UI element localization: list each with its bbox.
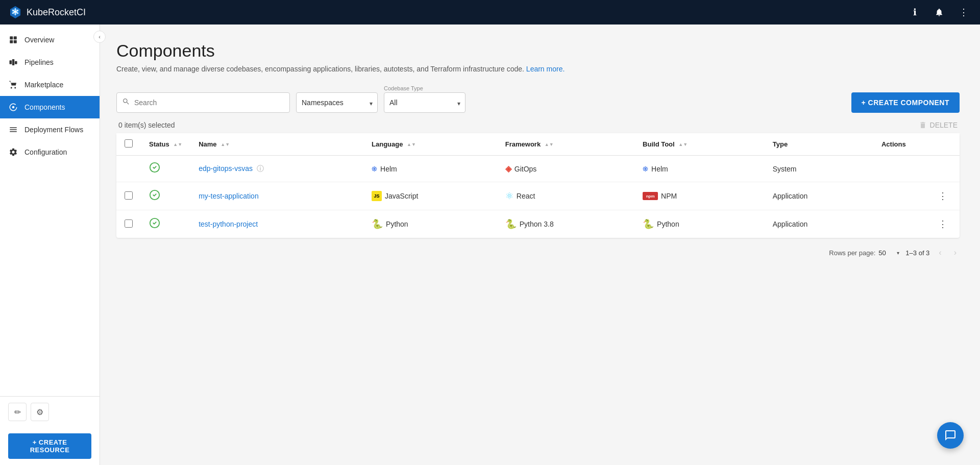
selection-count: 0 item(s) selected [118,121,175,129]
row2-language: JS JavaScript [363,182,497,210]
toolbar: Namespaces Codebase Type All + CREATE CO… [116,85,960,113]
codebase-type-select[interactable]: All [384,92,465,113]
create-component-button[interactable]: + CREATE COMPONENT [851,92,960,113]
row2-build-tool: npm NPM [634,182,765,210]
framework-sort-icon[interactable]: ▲▼ [545,142,554,147]
namespaces-select[interactable]: Namespaces [296,92,378,113]
status-icon-ok [149,164,160,175]
status-icon-ok [149,191,160,203]
table-row: edp-gitops-vsvas ⓘ ⎈ Helm ◈ GitOps [116,156,960,182]
pagination-prev-button[interactable]: ‹ [936,246,944,259]
row2-checkbox[interactable] [125,191,133,200]
row3-framework: 🐍 Python 3.8 [497,210,634,238]
sidebar-item-configuration[interactable]: Configuration [0,141,100,163]
pagination-range: 1–3 of 3 [905,249,929,257]
select-all-checkbox[interactable] [125,139,133,148]
svg-rect-6 [14,36,17,39]
row3-build-tool: 🐍 Python [634,210,765,238]
row1-name-link[interactable]: edp-gitops-vsvas [199,164,253,173]
table-header: Status ▲▼ Name ▲▼ Language ▲▼ Framework … [116,133,960,156]
info-button[interactable]: ℹ [906,4,923,20]
row1-info-icon[interactable]: ⓘ [257,164,264,173]
row2-build-icon: npm [643,192,658,200]
topbar: KubeRocketCI ℹ ⋮ [0,0,980,25]
table-row: test-python-project 🐍 Python 🐍 Python 3.… [116,210,960,238]
row1-status [141,156,190,182]
edit-button[interactable]: ✏ [8,403,27,421]
sidebar-item-components[interactable]: Components [0,96,100,118]
rows-per-page-label: Rows per page: [829,249,875,257]
rows-select-wrapper: 50 25 100 [878,249,899,257]
pagination: Rows per page: 50 25 100 1–3 of 3 ‹ › [116,246,960,259]
sidebar-item-label-configuration: Configuration [24,148,67,156]
learn-more-link[interactable]: Learn more. [526,65,565,73]
codebase-type-select-wrapper: Codebase Type All [384,85,465,113]
row2-name-link[interactable]: my-test-application [199,192,259,200]
topbar-actions: ℹ ⋮ [906,4,972,20]
language-sort-icon[interactable]: ▲▼ [407,142,416,147]
row1-name: edp-gitops-vsvas ⓘ [190,156,363,182]
components-table: Status ▲▼ Name ▲▼ Language ▲▼ Framework … [116,133,960,238]
settings-button[interactable]: ⚙ [31,403,49,421]
row1-actions [873,156,960,182]
app-name: KubeRocketCI [27,7,86,18]
row2-fw-icon: ⚛ [505,190,513,202]
sidebar: ‹ Overview Pipelines Marketplace [0,25,100,465]
notification-button[interactable] [931,4,947,20]
pipelines-icon [8,57,18,67]
sidebar-item-deployment-flows[interactable]: Deployment Flows [0,118,100,141]
sidebar-item-label-pipelines: Pipelines [24,58,54,66]
more-button[interactable]: ⋮ [955,4,972,20]
delete-button[interactable]: DELETE [919,121,958,129]
row3-name: test-python-project [190,210,363,238]
svg-rect-9 [10,60,12,64]
sidebar-item-overview[interactable]: Overview [0,29,100,51]
row3-fw-icon: 🐍 [505,218,517,230]
chat-fab-button[interactable] [937,422,964,449]
name-sort-icon[interactable]: ▲▼ [220,142,230,147]
sidebar-item-marketplace[interactable]: Marketplace [0,74,100,96]
rows-per-page-select[interactable]: 50 25 100 [878,249,897,257]
sidebar-item-label-marketplace: Marketplace [24,81,63,89]
app-body: ‹ Overview Pipelines Marketplace [0,25,980,465]
row3-name-link[interactable]: test-python-project [199,220,258,228]
create-resource-button[interactable]: + CREATE RESOURCE [8,433,91,459]
status-sort-icon[interactable]: ▲▼ [173,142,182,147]
row2-more-button[interactable]: ⋮ [934,188,951,204]
sidebar-nav: Overview Pipelines Marketplace Component… [0,25,100,396]
sidebar-collapse-button[interactable]: ‹ [93,31,106,43]
pagination-rows-per-page: Rows per page: 50 25 100 [829,249,899,257]
svg-rect-10 [12,59,15,65]
namespaces-select-wrapper: Namespaces [296,92,378,113]
row3-build-icon: 🐍 [643,218,654,230]
status-icon-ok [149,219,160,231]
sidebar-item-pipelines[interactable]: Pipelines [0,51,100,74]
row3-language: 🐍 Python [363,210,497,238]
row1-lang-icon: ⎈ [372,163,377,174]
table-row: my-test-application JS JavaScript ⚛ Reac… [116,182,960,210]
row3-checkbox[interactable] [125,219,133,228]
row3-more-button[interactable]: ⋮ [934,216,951,232]
deployment-flows-icon [8,125,18,135]
pagination-next-button[interactable]: › [951,246,960,259]
codebase-type-label: Codebase Type [384,85,465,91]
type-header: Type [765,133,873,156]
row3-type: Application [765,210,873,238]
marketplace-icon [8,80,18,90]
build-tool-sort-icon[interactable]: ▲▼ [678,142,688,147]
row2-type: Application [765,182,873,210]
row3-checkbox-cell [116,210,141,238]
sidebar-item-label-components: Components [24,103,65,111]
sidebar-item-label-overview: Overview [24,36,54,44]
svg-point-12 [12,106,15,109]
svg-rect-5 [10,36,13,39]
row1-language: ⎈ Helm [363,156,497,182]
page-description: Create, view, and manage diverse codebas… [116,65,960,73]
row1-framework: ◈ GitOps [497,156,634,182]
row1-build-tool: ⎈ Helm [634,156,765,182]
svg-rect-7 [10,40,13,43]
selection-bar: 0 item(s) selected DELETE [116,121,960,129]
search-input[interactable] [134,99,284,107]
status-header: Status ▲▼ [141,133,190,156]
components-icon [8,102,18,112]
